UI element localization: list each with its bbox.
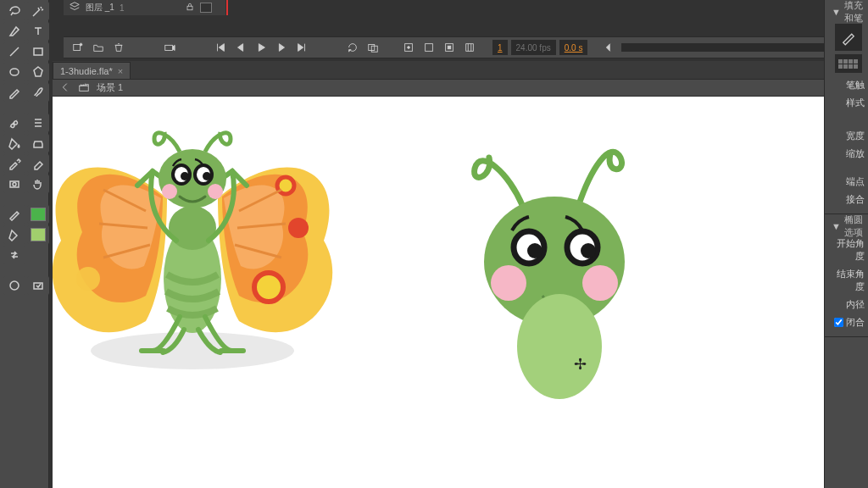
stroke-preview-icon bbox=[835, 24, 862, 51]
timeline-strip: 图层 _1 1 bbox=[64, 0, 868, 15]
svg-point-45 bbox=[517, 294, 602, 399]
delete-layer-button[interactable] bbox=[109, 39, 128, 56]
prop-closed[interactable]: 闭合 bbox=[832, 313, 865, 331]
prop-start-angle[interactable]: 开始角度 bbox=[832, 235, 865, 265]
swap-colors[interactable] bbox=[3, 246, 25, 264]
lock-icon[interactable] bbox=[185, 2, 195, 14]
svg-rect-0 bbox=[34, 48, 42, 55]
svg-point-41 bbox=[527, 243, 542, 258]
svg-marker-2 bbox=[34, 67, 42, 76]
precision-cursor-icon: ✢ bbox=[574, 355, 587, 374]
section-oval-options[interactable]: ▼ 椭圆选项 bbox=[832, 218, 865, 235]
snap-to-object[interactable] bbox=[27, 276, 49, 295]
bind-tool[interactable] bbox=[27, 114, 49, 132]
playback-controls bbox=[211, 39, 311, 56]
prop-stroke[interactable]: 笔触 bbox=[832, 76, 865, 94]
fill-swatch[interactable] bbox=[27, 225, 49, 244]
svg-point-44 bbox=[581, 243, 596, 258]
new-layer-button[interactable] bbox=[69, 39, 87, 56]
loop-button[interactable] bbox=[343, 39, 362, 56]
magic-wand-tool[interactable] bbox=[27, 2, 49, 20]
layer-color-chip[interactable] bbox=[200, 3, 212, 13]
frame-marker-a-button[interactable] bbox=[420, 39, 438, 56]
svg-point-29 bbox=[208, 184, 223, 199]
section-fill-stroke[interactable]: ▼ 填充和笔 bbox=[832, 3, 865, 20]
svg-rect-7 bbox=[187, 6, 192, 10]
stage[interactable]: ✢ bbox=[53, 97, 826, 488]
prop-cap[interactable]: 端点 bbox=[832, 173, 865, 191]
tab-close-button[interactable]: × bbox=[118, 66, 123, 76]
scene-name[interactable]: 场景 1 bbox=[97, 81, 123, 94]
object-drawing[interactable] bbox=[3, 276, 25, 295]
first-frame-button[interactable] bbox=[211, 39, 230, 56]
eyedropper-tool[interactable] bbox=[3, 154, 25, 173]
insert-keyframe-button[interactable] bbox=[399, 39, 418, 56]
eraser-tool[interactable] bbox=[27, 154, 49, 173]
prop-end-angle[interactable]: 结束角度 bbox=[832, 265, 865, 296]
polystar-tool[interactable] bbox=[27, 63, 49, 81]
camera-button[interactable] bbox=[160, 39, 179, 56]
svg-point-37 bbox=[491, 265, 526, 301]
bone-tool[interactable] bbox=[3, 114, 25, 132]
timeline-ruler[interactable] bbox=[225, 0, 863, 15]
svg-rect-16 bbox=[448, 46, 451, 49]
prop-join[interactable]: 接合 bbox=[832, 191, 865, 208]
current-frame-field[interactable]: 1 bbox=[492, 40, 508, 55]
layer-name[interactable]: 图层 _1 bbox=[86, 2, 114, 14]
play-button[interactable] bbox=[252, 39, 270, 56]
prop-inner-radius[interactable]: 内径 bbox=[832, 296, 865, 313]
document-tabs: 1-3hudie.fla* × bbox=[53, 61, 868, 80]
svg-point-28 bbox=[162, 184, 177, 199]
fps-display: 24.00 fps bbox=[511, 40, 556, 55]
prop-style[interactable]: 样式 bbox=[832, 94, 865, 112]
last-frame-button[interactable] bbox=[292, 39, 311, 56]
color-swatches[interactable] bbox=[835, 54, 862, 73]
hand-tool[interactable] bbox=[27, 175, 49, 193]
prev-frame-button[interactable] bbox=[231, 39, 250, 56]
pen-tool[interactable] bbox=[3, 22, 25, 41]
svg-point-21 bbox=[288, 218, 309, 238]
camera-tool[interactable] bbox=[3, 175, 25, 193]
prop-scale[interactable]: 缩放 bbox=[832, 145, 865, 163]
playhead-marker[interactable] bbox=[226, 0, 228, 15]
tab-filename: 1-3hudie.fla* bbox=[60, 66, 113, 76]
lasso-tool[interactable] bbox=[3, 2, 25, 20]
rectangle-tool[interactable] bbox=[27, 42, 49, 61]
svg-point-5 bbox=[10, 281, 19, 290]
svg-point-32 bbox=[181, 172, 189, 180]
control-strip: 1 24.00 fps 0.0 s bbox=[64, 36, 868, 58]
svg-point-27 bbox=[159, 149, 226, 208]
oval-tool[interactable] bbox=[3, 63, 25, 81]
stroke-pencil-icon bbox=[3, 205, 25, 224]
closed-checkbox[interactable] bbox=[834, 318, 843, 327]
svg-point-26 bbox=[169, 206, 216, 250]
line-tool[interactable] bbox=[3, 42, 25, 61]
properties-panel: ▼ 填充和笔 笔触 样式 宽度 缩放 端点 接合 ▼ 椭圆选项 开始角度 结束角… bbox=[824, 0, 868, 488]
pencil-tool[interactable] bbox=[3, 83, 25, 102]
swatches bbox=[3, 205, 45, 264]
elapsed-display: 0.0 s bbox=[559, 40, 588, 55]
new-folder-button[interactable] bbox=[89, 39, 108, 56]
stroke-swatch[interactable] bbox=[27, 205, 49, 224]
tools-top bbox=[3, 2, 45, 102]
bucket-tool[interactable] bbox=[3, 134, 25, 152]
layers-icon bbox=[69, 1, 81, 14]
next-frame-button[interactable] bbox=[272, 39, 291, 56]
brush-tool[interactable] bbox=[27, 83, 49, 102]
svg-point-18 bbox=[91, 332, 294, 369]
fill-bucket-icon bbox=[3, 225, 25, 244]
svg-point-38 bbox=[582, 265, 618, 301]
back-arrow-icon[interactable] bbox=[59, 81, 71, 95]
scroll-left-button[interactable] bbox=[599, 39, 618, 56]
svg-rect-17 bbox=[80, 86, 89, 91]
text-tool[interactable] bbox=[27, 22, 49, 41]
ink-bottle-tool[interactable] bbox=[27, 134, 49, 152]
prop-width[interactable]: 宽度 bbox=[832, 127, 865, 145]
frame-marker-c-button[interactable] bbox=[460, 39, 479, 56]
tools-object bbox=[3, 276, 45, 295]
svg-rect-14 bbox=[426, 44, 433, 52]
onion-skin-button[interactable] bbox=[364, 39, 382, 56]
frame-marker-b-button[interactable] bbox=[440, 39, 459, 56]
scene-breadcrumb: 场景 1 bbox=[53, 80, 868, 97]
tab-active[interactable]: 1-3hudie.fla* × bbox=[53, 62, 131, 79]
